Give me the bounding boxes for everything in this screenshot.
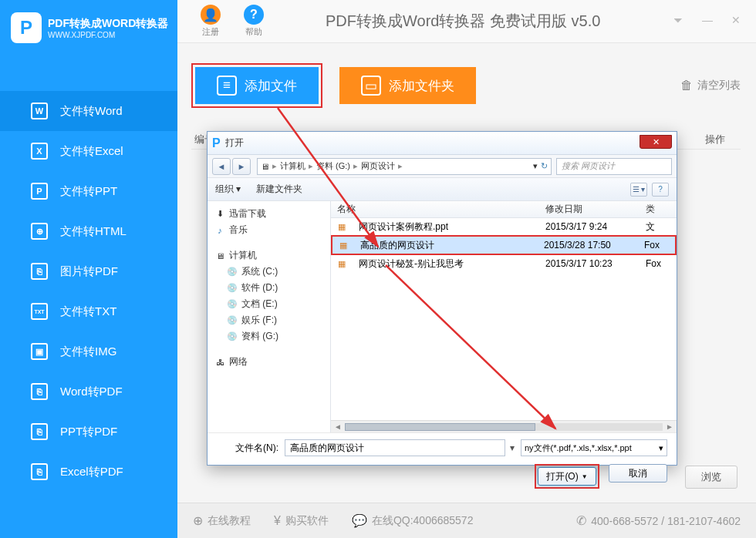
sidebar-item-word2pdf[interactable]: ⎘Word转PDF bbox=[0, 372, 177, 412]
add-folder-button[interactable]: ▭ 添加文件夹 bbox=[339, 67, 476, 104]
nav-back-button[interactable]: ◄ bbox=[212, 158, 231, 175]
list-item[interactable]: ▦ 高品质的网页设计 2015/3/28 17:50 Fox bbox=[332, 237, 675, 254]
pdf-file-icon: ▦ bbox=[336, 258, 348, 269]
excel-icon: X bbox=[31, 143, 48, 160]
list-item[interactable]: ▦ 网页设计案例教程.ppt 2015/3/17 9:24 文 bbox=[331, 218, 677, 235]
tree-item-drive[interactable]: 💿软件 (D:) bbox=[211, 280, 327, 296]
sidebar-item-ppt2pdf[interactable]: ⎘PPT转PDF bbox=[0, 412, 177, 452]
clear-list-button[interactable]: 🗑 清空列表 bbox=[680, 79, 741, 92]
refresh-icon[interactable]: ↻ bbox=[541, 161, 548, 171]
highlight-open-button: 打开(O) ▼ bbox=[535, 464, 599, 489]
app-title: PDF转换成Word转换器 免费试用版 v5.0 bbox=[326, 11, 600, 32]
tree-item[interactable]: ♪音乐 bbox=[211, 222, 327, 238]
pdf-file-icon: ▦ bbox=[337, 240, 349, 251]
dialog-title: 打开 bbox=[225, 136, 244, 150]
sidebar-item-ppt[interactable]: P文件转PPT bbox=[0, 171, 177, 211]
dialog-bottom: 文件名(N): ▾ ny文件(*.pdf,*.xls,*.xlsx,*.ppt▾… bbox=[208, 432, 677, 495]
sidebar-item-label: Excel转PDF bbox=[60, 465, 123, 479]
toolbar: ≡ 添加文件 ▭ 添加文件夹 🗑 清空列表 bbox=[191, 63, 741, 108]
tree-item-drive[interactable]: 💿系统 (C:) bbox=[211, 264, 327, 280]
organize-menu[interactable]: 组织 ▾ bbox=[215, 183, 241, 196]
breadcrumb[interactable]: 🖥 ▸ 计算机 ▸ 资料 (G:) ▸ 网页设计 ▸ ▾↻ bbox=[257, 158, 552, 175]
globe-icon: ⊕ bbox=[193, 513, 203, 528]
file-open-dialog: P 打开 ✕ ◄ ► 🖥 ▸ 计算机 ▸ 资料 (G:) ▸ 网页设计 ▸ ▾↻… bbox=[207, 131, 677, 466]
highlight-add-file: ≡ 添加文件 bbox=[191, 63, 322, 108]
sidebar-item-label: PPT转PDF bbox=[60, 425, 117, 439]
sidebar-item-word[interactable]: W文件转Word bbox=[0, 91, 177, 131]
phone-icon: ✆ bbox=[576, 513, 586, 528]
close-icon[interactable]: ✕ bbox=[731, 14, 741, 26]
network-icon: 🖧 bbox=[214, 357, 226, 368]
sidebar-item-excel2pdf[interactable]: ⎘Excel转PDF bbox=[0, 452, 177, 492]
tree-item[interactable]: ⬇迅雷下载 bbox=[211, 206, 327, 222]
sidebar-item-label: Word转PDF bbox=[60, 385, 123, 399]
col-name[interactable]: 名称 bbox=[331, 203, 545, 216]
app-icon: P bbox=[212, 136, 221, 150]
sidebar-item-txt[interactable]: TXT文件转TXT bbox=[0, 291, 177, 331]
tree-item-drive[interactable]: 💿娱乐 (F:) bbox=[211, 312, 327, 328]
tree-item-drive[interactable]: 💿资料 (G:) bbox=[211, 328, 327, 345]
header: 👤 注册 ? 帮助 PDF转换成Word转换器 免费试用版 v5.0 ⏷ — ✕ bbox=[177, 0, 756, 43]
list-header: 名称 修改日期 类 bbox=[331, 201, 677, 218]
horizontal-scrollbar[interactable] bbox=[345, 423, 535, 431]
help-button[interactable]: ? bbox=[652, 183, 669, 197]
browse-button[interactable]: 浏览 bbox=[685, 466, 737, 489]
list-item[interactable]: ▦ 网页设计秘笈-别让我思考 2015/3/17 10:23 Fox bbox=[331, 255, 677, 272]
sidebar-item-img[interactable]: ▣文件转IMG bbox=[0, 331, 177, 372]
footer: ⊕在线教程 ¥购买软件 💬在线QQ:4006685572 ✆400-668-55… bbox=[177, 503, 756, 538]
new-folder-button[interactable]: 新建文件夹 bbox=[256, 183, 302, 196]
drive-icon: 💿 bbox=[226, 267, 238, 277]
search-input[interactable]: 搜索 网页设计 bbox=[556, 158, 672, 175]
drive-icon: 💿 bbox=[226, 331, 238, 342]
filename-input[interactable] bbox=[285, 439, 505, 456]
nav-forward-button[interactable]: ► bbox=[232, 158, 251, 175]
help-icon: ? bbox=[244, 5, 264, 25]
dropdown-icon[interactable]: ▾ bbox=[533, 161, 538, 171]
sidebar-item-html[interactable]: ⊕文件转HTML bbox=[0, 211, 177, 251]
ppt-icon: P bbox=[31, 183, 48, 200]
music-icon: ♪ bbox=[214, 225, 226, 236]
file-list: 名称 修改日期 类 ▦ 网页设计案例教程.ppt 2015/3/17 9:24 … bbox=[331, 201, 677, 432]
open-button[interactable]: 打开(O) ▼ bbox=[538, 467, 596, 486]
sidebar-item-label: 图片转PDF bbox=[60, 264, 118, 279]
filetype-select[interactable]: ny文件(*.pdf,*.xls,*.xlsx,*.ppt▾ bbox=[521, 439, 667, 456]
highlight-selected-file: ▦ 高品质的网页设计 2015/3/28 17:50 Fox bbox=[331, 235, 677, 255]
cancel-button[interactable]: 取消 bbox=[609, 464, 667, 483]
tree-item-network[interactable]: 🖧网络 bbox=[211, 354, 327, 370]
tree-item-computer[interactable]: 🖥计算机 bbox=[211, 247, 327, 264]
dialog-titlebar[interactable]: P 打开 ✕ bbox=[208, 132, 677, 155]
add-file-button[interactable]: ≡ 添加文件 bbox=[195, 67, 319, 104]
sidebar-item-label: 文件转PPT bbox=[60, 184, 117, 199]
txt-icon: TXT bbox=[31, 303, 48, 320]
footer-qq[interactable]: 💬在线QQ:4006685572 bbox=[352, 513, 474, 528]
logo-url: WWW.XJPDF.COM bbox=[48, 31, 168, 39]
view-mode-button[interactable]: ☰ ▾ bbox=[630, 183, 647, 197]
sidebar-item-label: 文件转Excel bbox=[60, 144, 123, 159]
col-date[interactable]: 修改日期 bbox=[545, 203, 646, 216]
minimize-icon[interactable]: — bbox=[702, 14, 713, 26]
folder-tree[interactable]: ⬇迅雷下载 ♪音乐 🖥计算机 💿系统 (C:) 💿软件 (D:) 💿文档 (E:… bbox=[208, 201, 331, 432]
sidebar: P PDF转换成WORD转换器 WWW.XJPDF.COM W文件转Word X… bbox=[0, 0, 177, 538]
trash-icon: 🗑 bbox=[680, 79, 693, 92]
scroll-left-icon[interactable]: ◄ bbox=[334, 422, 342, 431]
tree-item-drive[interactable]: 💿文档 (E:) bbox=[211, 296, 327, 312]
register-button[interactable]: 👤 注册 bbox=[201, 5, 221, 38]
help-button[interactable]: ? 帮助 bbox=[244, 5, 264, 38]
dropdown-icon[interactable]: ⏷ bbox=[673, 14, 683, 26]
pdf-icon: ⎘ bbox=[31, 383, 48, 400]
footer-phone: ✆400-668-5572 / 181-2107-4602 bbox=[576, 513, 741, 528]
folder-icon: ▭ bbox=[361, 76, 381, 96]
footer-buy[interactable]: ¥购买软件 bbox=[274, 514, 329, 528]
scroll-right-icon[interactable]: ► bbox=[666, 422, 673, 431]
sidebar-item-excel[interactable]: X文件转Excel bbox=[0, 131, 177, 171]
pdf-icon: ⎘ bbox=[31, 423, 48, 440]
logo-title: PDF转换成WORD转换器 bbox=[48, 17, 168, 31]
sidebar-item-img2pdf[interactable]: ⎘图片转PDF bbox=[0, 251, 177, 291]
picture-icon: ▣ bbox=[31, 343, 48, 360]
sidebar-item-label: 文件转HTML bbox=[60, 224, 127, 239]
logo-text: PDF转换成WORD转换器 WWW.XJPDF.COM bbox=[48, 17, 168, 39]
col-type[interactable]: 类 bbox=[646, 203, 677, 216]
dialog-close-button[interactable]: ✕ bbox=[640, 135, 672, 149]
user-icon: 👤 bbox=[201, 5, 221, 25]
footer-tutorial[interactable]: ⊕在线教程 bbox=[193, 513, 251, 528]
